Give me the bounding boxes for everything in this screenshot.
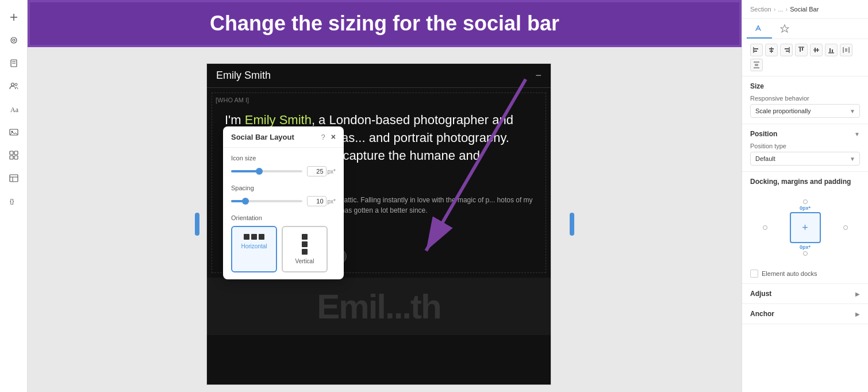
dialog-help-button[interactable]: ? [321,133,325,141]
dot5 [302,241,308,247]
table-icon[interactable] [3,168,24,189]
orientation-label: Orientation [231,214,336,221]
svg-rect-31 [800,48,801,52]
vertical-label: Vertical [295,258,314,264]
tab-animate[interactable] [772,19,797,39]
fonts-icon[interactable]: Aa [3,99,24,120]
icon-size-value-box: 25 px* [307,166,336,176]
icon-size-slider-row: 25 px* [231,166,336,176]
spacing-track[interactable] [231,200,302,202]
canvas-area: Change the sizing for the social bar Tab… [28,0,742,392]
tutorial-banner: Change the sizing for the social bar [28,0,742,47]
distribute-v-btn[interactable] [750,59,763,71]
layers-icon[interactable] [3,30,24,51]
svg-rect-16 [10,175,18,182]
tutorial-text: Change the sizing for the social bar [210,11,559,35]
breadcrumb-arrow-icon2: › [786,6,788,13]
orientation-options: Horizontal Vertical [231,226,336,272]
docking-circle-left[interactable] [763,225,767,230]
svg-point-2 [11,37,17,43]
docking-circle-right[interactable] [843,225,848,230]
social-bar-layout-dialog: Social Bar Layout ? × Icon size 25 px* [223,126,344,279]
docking-plus-icon: + [802,222,808,234]
svg-rect-22 [754,48,758,49]
docking-center-box[interactable]: + 0px* 0px* [790,212,821,243]
adjust-title: Adjust [750,290,771,298]
vertical-dots [298,234,312,255]
align-bottom-btn[interactable] [825,44,838,56]
icon-size-thumb[interactable] [256,168,263,175]
breadcrumb-current: Social Bar [790,6,819,13]
icon-size-label: Icon size [231,155,336,162]
media-icon[interactable] [3,122,24,143]
page-footer: Emil...th [207,278,551,335]
dialog-close-button[interactable]: × [331,132,336,141]
svg-rect-32 [802,48,803,51]
horizontal-label: Horizontal [241,243,267,249]
spacing-slider-row: 10 px* [231,196,336,206]
position-type-select[interactable]: Default [750,152,860,166]
anchor-arrow-icon: ▶ [855,311,860,317]
spacing-value-box: 10 px* [307,196,336,206]
svg-rect-23 [754,51,757,52]
dialog-header: Social Bar Layout ? × [223,126,344,148]
docking-section: Docking, margins and padding + 0px* 0px* [742,172,868,284]
right-panel: Section › ... › Social Bar [742,0,868,392]
svg-rect-28 [785,48,789,49]
responsive-label: Responsive behavior [750,95,860,102]
docking-inner-top-value: 0px* [800,205,811,211]
page-header-title: Emily Smith [216,70,271,82]
docking-inner-bottom-value: 0px* [800,244,811,250]
spacing-value[interactable]: 10 [307,196,327,206]
svg-text:Aa: Aa [10,106,18,114]
align-middle-btn[interactable] [810,44,823,56]
breadcrumb-ellipsis: ... [778,6,783,13]
resize-handle-left[interactable] [195,213,199,236]
spacing-thumb[interactable] [242,198,249,205]
tab-design[interactable] [747,19,772,39]
anchor-section[interactable]: Anchor ▶ [742,304,868,324]
adjust-section[interactable]: Adjust ▶ [742,284,868,304]
icon-size-track[interactable] [231,170,302,172]
position-type-label: Position type [750,143,860,149]
svg-rect-26 [770,51,773,52]
position-header[interactable]: Position ▼ [750,130,860,138]
align-left-btn[interactable] [750,44,763,56]
horizontal-option[interactable]: Horizontal [231,226,277,272]
position-title: Position [750,130,777,138]
icon-size-unit: px* [328,168,336,175]
dialog-body: Icon size 25 px* Spacing [223,148,344,279]
svg-rect-15 [14,156,18,159]
dialog-title: Social Bar Layout [231,133,294,141]
icon-size-value[interactable]: 25 [307,166,327,176]
apps-icon[interactable] [3,145,24,166]
who-am-i-label: [WHO AM I] [216,97,542,103]
adjust-arrow-icon: ▶ [855,291,860,297]
dot1 [244,234,249,240]
responsive-select[interactable]: Scale proportionally [750,104,860,118]
element-auto-docks-checkbox[interactable] [750,270,758,278]
add-button[interactable] [3,7,24,28]
docking-circle-top[interactable] [803,199,808,204]
docking-title: Docking, margins and padding [750,178,860,186]
align-right-btn[interactable] [780,44,793,56]
svg-rect-13 [14,151,18,155]
docking-circle-bottom[interactable] [803,251,808,256]
footer-watermark: Emil...th [317,287,440,326]
svg-rect-34 [815,48,816,52]
dot4 [302,234,308,240]
pages-icon[interactable] [3,53,24,74]
align-top-btn[interactable] [795,44,808,56]
position-section: Position ▼ Position type Default ▼ [742,124,868,172]
svg-point-8 [15,83,17,86]
resize-handle-right[interactable] [570,213,574,236]
align-center-btn[interactable] [765,44,778,56]
dot2 [251,234,257,240]
vertical-option[interactable]: Vertical [282,226,328,272]
svg-rect-12 [10,151,13,155]
distribute-h-btn[interactable] [840,44,852,56]
people-icon[interactable] [3,76,24,97]
breadcrumb-section: Section [750,6,771,13]
spacing-label: Spacing [231,185,336,191]
code-icon[interactable]: {} [3,191,24,212]
